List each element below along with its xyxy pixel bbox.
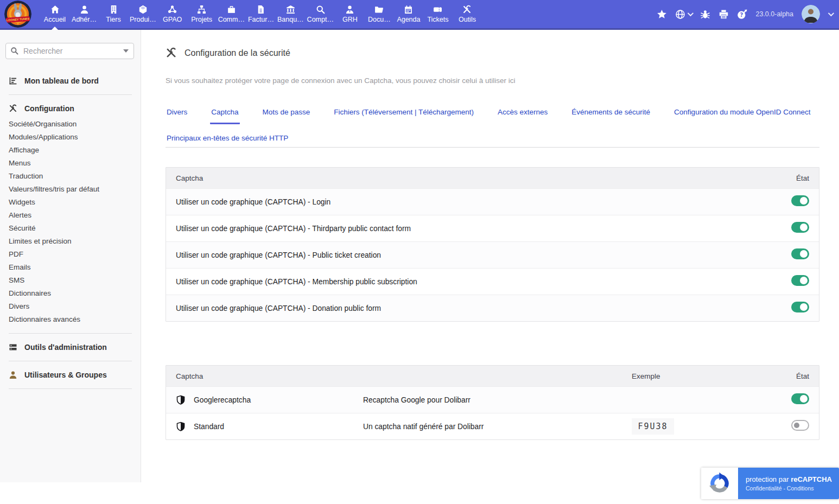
user-menu-chevron-icon[interactable] xyxy=(828,10,834,16)
user-avatar[interactable] xyxy=(802,5,820,23)
nav-item-gpao[interactable]: GPAO xyxy=(158,0,187,28)
tab-fichiers-t-l-versement-t-l-chargement-[interactable]: Fichiers (Téléversement | Téléchargement… xyxy=(333,105,475,124)
calendar-icon xyxy=(404,5,413,14)
briefcase-icon xyxy=(227,5,236,14)
folder-icon xyxy=(374,5,384,14)
sidebar-divider xyxy=(9,94,132,95)
sidebar-item[interactable]: Widgets xyxy=(9,196,132,209)
sidebar-section-admin-tools[interactable]: Outils d'administration xyxy=(9,341,132,354)
dashboard-chart-icon xyxy=(9,76,17,85)
tab-mots-de-passe[interactable]: Mots de passe xyxy=(262,105,312,124)
globe-icon xyxy=(675,9,685,20)
tab--v-nements-de-s-curit-[interactable]: Événements de sécurité xyxy=(570,105,651,124)
nav-item-documents[interactable]: Docu… xyxy=(365,0,394,28)
print-icon[interactable] xyxy=(719,9,729,20)
nav-item-comptabilite[interactable]: Compt… xyxy=(306,0,335,28)
language-selector[interactable] xyxy=(675,9,692,20)
nav-item-grh[interactable]: GRH xyxy=(335,0,365,28)
top-navbar: LOONEY TUNES AccueilAdhér…TiersProdui…GP… xyxy=(0,0,839,30)
sidebar-item[interactable]: Sécurité xyxy=(9,222,132,235)
nav-item-agenda[interactable]: Agenda xyxy=(394,0,423,28)
sidebar-section-configuration[interactable]: Configuration xyxy=(9,102,132,115)
tabs-separator xyxy=(166,147,819,148)
tools-icon xyxy=(462,5,472,14)
captcha-option-label: Utiliser un code graphique (CAPTCHA) - P… xyxy=(176,251,777,259)
user-icon xyxy=(9,371,17,379)
state-toggle[interactable] xyxy=(791,302,809,312)
nav-item-banques[interactable]: Banqu… xyxy=(276,0,306,28)
nav-item-adherents[interactable]: Adhér… xyxy=(69,0,99,28)
version-label: 23.0.0-alpha xyxy=(755,10,793,18)
shield-icon xyxy=(176,421,186,432)
table-row: GooglerecaptchaRecaptcha Google pour Dol… xyxy=(166,386,819,413)
user-icon xyxy=(80,5,89,14)
state-toggle[interactable] xyxy=(791,393,809,404)
table-row: Utiliser un code graphique (CAPTCHA) - M… xyxy=(166,268,819,295)
sidebar-item[interactable]: Société/Organisation xyxy=(9,118,132,131)
nav-item-label: Outils xyxy=(459,16,476,23)
sidebar-item[interactable]: Divers xyxy=(9,300,132,313)
state-toggle[interactable] xyxy=(791,195,809,206)
sidebar-item[interactable]: PDF xyxy=(9,248,132,261)
provider-name: Standard xyxy=(194,423,224,431)
nav-item-label: Accueil xyxy=(44,16,66,23)
state-toggle[interactable] xyxy=(791,248,809,259)
nav-item-label: Docu… xyxy=(368,16,391,23)
nav-item-label: Banqu… xyxy=(277,16,304,23)
sidebar-item[interactable]: Menus xyxy=(9,157,132,170)
sidebar-item[interactable]: Alertes xyxy=(9,209,132,222)
tab-captcha[interactable]: Captcha xyxy=(210,105,239,124)
nav-item-tiers[interactable]: Tiers xyxy=(99,0,128,28)
main-content: Configuration de la sécurité Si vous sou… xyxy=(141,30,839,504)
captcha-option-label: Utiliser un code graphique (CAPTCHA) - L… xyxy=(176,198,777,206)
recaptcha-links[interactable]: Confidentialité - Conditions xyxy=(746,485,839,492)
help-icon[interactable]: ? xyxy=(737,9,747,20)
sidebar-divider xyxy=(9,388,132,389)
company-logo[interactable]: LOONEY TUNES xyxy=(4,1,31,28)
sidebar-item[interactable]: Emails xyxy=(9,261,132,274)
sidebar-item[interactable]: Limites et précision xyxy=(9,235,132,248)
tab-configuration-du-module-openid-connect[interactable]: Configuration du module OpenID Connect xyxy=(673,105,811,124)
sidebar-item[interactable]: Modules/Applications xyxy=(9,131,132,144)
sidebar-item-dashboard[interactable]: Mon tableau de bord xyxy=(9,74,132,87)
nav-item-accueil[interactable]: Accueil xyxy=(40,0,69,28)
building-icon xyxy=(109,5,118,14)
state-toggle[interactable] xyxy=(791,222,809,233)
nav-item-outils[interactable]: Outils xyxy=(453,0,482,28)
nav-item-commerce[interactable]: Comm… xyxy=(217,0,246,28)
sidebar-item[interactable]: Dictionnaires avancés xyxy=(9,313,132,326)
captcha-usage-table: Captcha État Utiliser un code graphique … xyxy=(166,167,819,322)
search-dropdown-caret-icon[interactable] xyxy=(123,49,129,53)
tab-acc-s-externes[interactable]: Accès externes xyxy=(497,105,549,124)
bookmarks-star-icon[interactable] xyxy=(657,9,667,20)
tools-icon xyxy=(166,47,177,59)
sidebar-item[interactable]: Traduction xyxy=(9,170,132,183)
debug-bug-icon[interactable] xyxy=(700,9,710,20)
nav-item-produits[interactable]: Produi… xyxy=(128,0,158,28)
configuration-menu-list: Société/OrganisationModules/Applications… xyxy=(9,118,132,326)
state-toggle[interactable] xyxy=(791,275,809,286)
provider-description: Un captcha natif généré par Dolibarr xyxy=(363,423,632,431)
sidebar-item[interactable]: SMS xyxy=(9,274,132,287)
sidebar-divider xyxy=(9,361,132,361)
tab-divers[interactable]: Divers xyxy=(166,105,188,124)
captcha-option-label: Utiliser un code graphique (CAPTCHA) - M… xyxy=(176,278,777,286)
column-header-state: État xyxy=(777,372,809,380)
sidebar-item[interactable]: Dictionnaires xyxy=(9,287,132,300)
nav-item-facturation[interactable]: Factur… xyxy=(246,0,276,28)
sidebar-item[interactable]: Valeurs/filtres/tris par défaut xyxy=(9,183,132,196)
sidebar-item[interactable]: Affichage xyxy=(9,144,132,157)
nav-item-projets[interactable]: Projets xyxy=(187,0,217,28)
provider-name: Googlerecaptcha xyxy=(194,396,251,404)
column-header-captcha: Captcha xyxy=(176,174,777,182)
page-title: Configuration de la sécurité xyxy=(185,48,290,58)
search-icon xyxy=(316,5,325,14)
nav-item-label: Tickets xyxy=(427,16,448,23)
state-toggle[interactable] xyxy=(791,420,809,431)
nav-item-tickets[interactable]: Tickets xyxy=(423,0,453,28)
page-description: Si vous souhaitez protéger votre page de… xyxy=(166,76,516,85)
sidebar-section-users-groups[interactable]: Utilisateurs & Groupes xyxy=(9,368,132,381)
sidebar-search-input[interactable] xyxy=(5,43,134,59)
table-row: StandardUn captcha natif généré par Doli… xyxy=(166,413,819,439)
nav-item-label: GPAO xyxy=(163,16,182,23)
